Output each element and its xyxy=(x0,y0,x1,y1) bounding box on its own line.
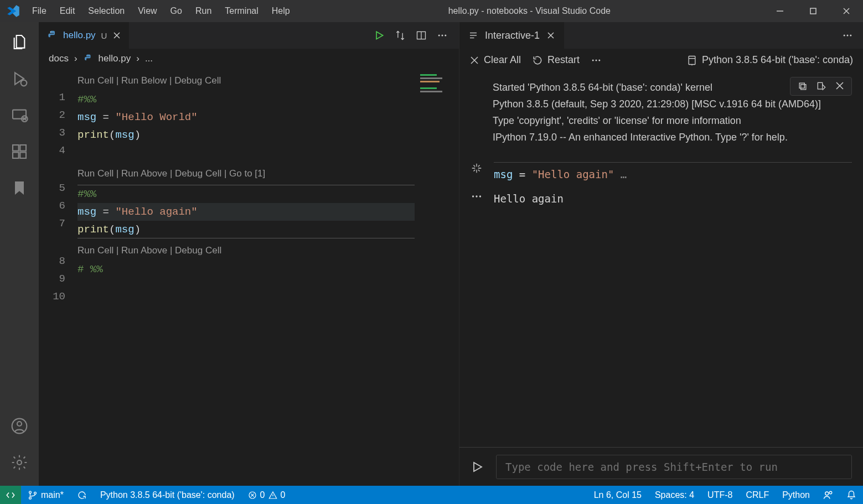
executed-cell: msg = "Hello again" … xyxy=(471,162,852,183)
sync-button[interactable] xyxy=(70,486,94,504)
menu-view[interactable]: View xyxy=(132,3,162,19)
line-number-gutter: 1 2 3 4 5 6 7 8 9 10 xyxy=(39,69,77,486)
menu-file[interactable]: File xyxy=(27,3,52,19)
svg-point-55 xyxy=(34,492,37,494)
svg-point-15 xyxy=(17,460,22,465)
tab-modified-indicator: U xyxy=(101,31,107,40)
settings-gear-icon[interactable] xyxy=(6,449,33,476)
ellipsis-icon[interactable] xyxy=(471,190,484,202)
codelens-cell-3[interactable]: Run Cell | Run Above | Debug Cell xyxy=(77,241,459,261)
language-status[interactable]: Python xyxy=(776,486,817,504)
svg-rect-42 xyxy=(689,56,695,64)
bookmark-icon[interactable] xyxy=(6,175,33,201)
interactive-input[interactable]: Type code here and press Shift+Enter to … xyxy=(496,455,852,479)
remote-indicator[interactable] xyxy=(0,486,21,504)
editor-tab-hello-py[interactable]: hello.py U xyxy=(39,22,129,49)
run-debug-icon[interactable] xyxy=(6,65,33,92)
codelens-cell-2[interactable]: Run Cell | Run Above | Debug Cell | Go t… xyxy=(77,164,459,185)
remote-explorer-icon[interactable] xyxy=(6,102,33,128)
breadcrumb[interactable]: docs › hello.py › ... xyxy=(39,49,459,69)
vscode-logo-icon xyxy=(0,4,27,18)
svg-point-54 xyxy=(29,497,32,499)
breadcrumb-more[interactable]: ... xyxy=(145,53,153,64)
menu-go[interactable]: Go xyxy=(165,3,188,19)
collapse-icon[interactable] xyxy=(471,162,484,174)
svg-rect-26 xyxy=(420,81,440,82)
menubar: File Edit Selection View Go Run Terminal… xyxy=(27,3,296,19)
menu-terminal[interactable]: Terminal xyxy=(219,3,263,19)
copy-icon[interactable] xyxy=(797,81,808,92)
more-actions-icon[interactable] xyxy=(437,30,448,41)
python-file-icon xyxy=(83,54,93,64)
svg-point-36 xyxy=(850,35,851,37)
breadcrumb-folder[interactable]: docs xyxy=(49,53,69,64)
interactive-tab-label: Interactive-1 xyxy=(485,30,540,41)
titlebar: File Edit Selection View Go Run Terminal… xyxy=(0,0,863,22)
interpreter-status[interactable]: Python 3.8.5 64-bit ('base': conda) xyxy=(94,486,241,504)
interpreter-selector[interactable]: Python 3.8.5 64-bit ('base': conda) xyxy=(686,54,853,66)
eol-status[interactable]: CRLF xyxy=(739,486,776,504)
explorer-icon[interactable] xyxy=(6,29,33,55)
svg-point-40 xyxy=(596,59,597,61)
more-actions-icon[interactable] xyxy=(591,55,602,66)
close-button[interactable] xyxy=(830,0,863,22)
tab-close-icon[interactable] xyxy=(112,31,121,40)
interactive-output[interactable]: Started 'Python 3.8.5 64-bit ('base': co… xyxy=(459,71,863,447)
cell-toolbar xyxy=(790,77,852,96)
goto-icon[interactable] xyxy=(816,81,827,92)
encoding-status[interactable]: UTF-8 xyxy=(701,486,739,504)
code-editor[interactable]: 1 2 3 4 5 6 7 8 9 10 Run Cell | Run Belo… xyxy=(39,69,459,486)
menu-help[interactable]: Help xyxy=(266,3,296,19)
minimap[interactable] xyxy=(415,69,459,486)
svg-point-23 xyxy=(445,35,446,37)
execute-icon[interactable] xyxy=(471,460,484,474)
svg-point-14 xyxy=(17,422,22,426)
svg-point-4 xyxy=(21,80,27,86)
codelens-cell-1[interactable]: Run Cell | Run Below | Debug Cell xyxy=(77,71,459,91)
svg-point-34 xyxy=(844,35,845,37)
clear-all-button[interactable]: Clear All xyxy=(469,54,521,66)
svg-rect-10 xyxy=(20,145,26,151)
svg-point-35 xyxy=(847,35,849,37)
interactive-tabs: Interactive-1 xyxy=(459,22,863,49)
menu-edit[interactable]: Edit xyxy=(54,3,81,19)
python-file-icon xyxy=(46,30,58,41)
interactive-tab[interactable]: Interactive-1 xyxy=(459,22,564,49)
account-icon[interactable] xyxy=(6,413,33,439)
compare-changes-icon[interactable] xyxy=(395,30,406,41)
tab-close-icon[interactable] xyxy=(546,31,555,40)
cursor-position[interactable]: Ln 6, Col 15 xyxy=(587,486,648,504)
problems-status[interactable]: 0 0 xyxy=(241,486,292,504)
svg-point-51 xyxy=(476,195,477,197)
window-title: hello.py - notebooks - Visual Studio Cod… xyxy=(296,6,763,16)
menu-selection[interactable]: Selection xyxy=(82,3,130,19)
svg-rect-25 xyxy=(420,77,442,79)
git-branch[interactable]: main* xyxy=(21,486,70,504)
svg-point-52 xyxy=(479,195,481,197)
extensions-icon[interactable] xyxy=(6,138,33,165)
svg-point-22 xyxy=(442,35,443,37)
svg-point-50 xyxy=(472,195,474,197)
run-file-icon[interactable] xyxy=(374,30,385,41)
svg-point-16 xyxy=(50,32,51,33)
more-actions-icon[interactable] xyxy=(842,30,863,41)
status-bar: main* Python 3.8.5 64-bit ('base': conda… xyxy=(0,486,863,504)
notifications-icon[interactable] xyxy=(840,486,863,504)
svg-point-60 xyxy=(825,492,829,495)
menu-run[interactable]: Run xyxy=(190,3,217,19)
svg-rect-47 xyxy=(818,82,822,89)
feedback-icon[interactable] xyxy=(817,486,840,504)
indentation-status[interactable]: Spaces: 4 xyxy=(648,486,701,504)
svg-rect-45 xyxy=(801,85,806,90)
split-editor-icon[interactable] xyxy=(416,30,427,41)
restart-button[interactable]: Restart xyxy=(532,54,580,66)
interactive-toolbar: Clear All Restart Python 3.8.5 64-bit ('… xyxy=(459,49,863,71)
maximize-button[interactable] xyxy=(797,0,830,22)
chevron-right-icon: › xyxy=(74,53,77,64)
activity-bar xyxy=(0,22,39,486)
svg-point-39 xyxy=(592,59,594,61)
svg-point-21 xyxy=(438,35,440,37)
breadcrumb-file[interactable]: hello.py xyxy=(99,53,131,64)
minimize-button[interactable] xyxy=(763,0,797,22)
delete-icon[interactable] xyxy=(835,81,845,92)
